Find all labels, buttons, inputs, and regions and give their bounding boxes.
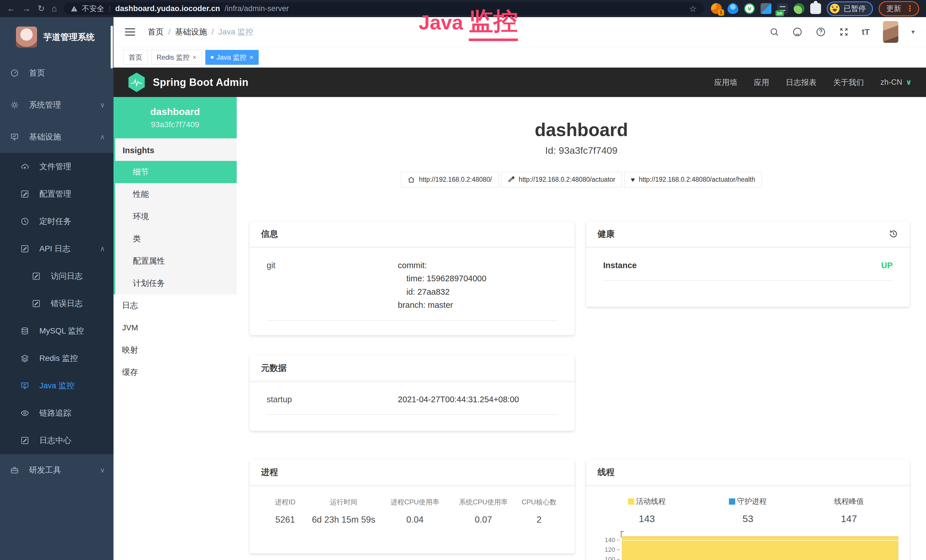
- sba-sidebar-item-config-props[interactable]: 配置属性: [115, 250, 237, 272]
- sidebar-item-java-monitor[interactable]: Java 监控: [0, 372, 113, 400]
- sba-nav-wallboard[interactable]: 应用墙: [714, 77, 737, 88]
- sidebar-item-redis-monitor[interactable]: Redis 监控: [0, 345, 113, 372]
- chevron-up-icon: ∧: [100, 133, 105, 141]
- sba-instance-header[interactable]: dashboard 93a3fc7f7409: [113, 97, 237, 138]
- sba-sidebar-item-caches[interactable]: 缓存: [113, 361, 237, 383]
- sidebar-item-tracing[interactable]: 链路追踪: [0, 400, 113, 427]
- sba-locale-select[interactable]: zh-CN ∨: [881, 78, 912, 87]
- browser-update-button[interactable]: 更新 ⋮: [879, 1, 919, 16]
- extension-grid-icon[interactable]: [761, 3, 772, 14]
- log-edit-icon: [32, 272, 45, 280]
- browser-reload-icon[interactable]: ↻: [38, 4, 45, 13]
- legend-label: 守护进程: [737, 496, 767, 506]
- page-title: dashboard: [237, 119, 926, 140]
- breadcrumb-item-infra[interactable]: 基础设施: [175, 27, 207, 37]
- threads-card-header: 线程: [586, 459, 910, 486]
- sidebar-item-mysql-monitor[interactable]: MySQL 监控: [0, 317, 113, 345]
- legend-blue-swatch: [729, 498, 735, 505]
- browser-back-icon[interactable]: ←: [7, 4, 15, 13]
- sba-sidebar-item-environment[interactable]: 环境: [115, 206, 237, 228]
- process-col-header: 进程CPU使用率: [381, 498, 449, 507]
- sidebar-item-dev-tools[interactable]: 研发工具 ∨: [0, 454, 113, 486]
- log-edit-icon: [32, 299, 45, 308]
- sidebar-item-config-manage[interactable]: 配置管理: [0, 180, 113, 208]
- browser-forward-icon[interactable]: →: [22, 4, 31, 13]
- sidebar-item-scheduled-jobs[interactable]: 定时任务: [0, 208, 113, 235]
- edit-icon: [21, 190, 34, 198]
- sba-sidebar-item-details[interactable]: 细节: [115, 161, 237, 183]
- profile-paused-label: 已暂停: [844, 4, 866, 14]
- github-icon[interactable]: [792, 27, 802, 37]
- extensions-puzzle-icon[interactable]: [810, 3, 821, 14]
- sba-sidebar-item-classes[interactable]: 类: [115, 228, 237, 250]
- sba-nav-applications[interactable]: 应用: [754, 77, 769, 88]
- sidebar-item-log-center[interactable]: 日志中心: [0, 427, 113, 454]
- profile-paused-chip[interactable]: 已暂停: [827, 2, 873, 16]
- extension-toolbar: 1 v on 已暂停 更新 ⋮: [711, 1, 919, 16]
- health-instance-row[interactable]: Instance UP: [603, 259, 893, 281]
- tab-java-monitor[interactable]: Java 监控 ×: [205, 50, 259, 65]
- active-tab-dot: [211, 56, 213, 59]
- instance-actuator-link[interactable]: http://192.168.0.2:48080/actuator: [501, 172, 622, 188]
- app-title: 芋道管理系统: [43, 31, 95, 43]
- instance-health-link[interactable]: ♥ http://192.168.0.2:48080/actuator/heal…: [624, 172, 762, 188]
- sba-sidebar: dashboard 93a3fc7f7409 Insights 细节 性能 环境…: [113, 97, 237, 560]
- fullscreen-icon[interactable]: [839, 27, 849, 37]
- sba-sidebar-item-logs[interactable]: 日志: [113, 294, 237, 317]
- tab-home[interactable]: 首页: [123, 50, 148, 65]
- close-icon[interactable]: ×: [249, 53, 253, 61]
- y-tick-mark: [617, 559, 620, 560]
- extension-green-icon[interactable]: v: [744, 3, 755, 14]
- legend-peak-threads: 线程峰值 147: [799, 496, 899, 524]
- gridline-140: [622, 540, 898, 540]
- close-icon[interactable]: ×: [192, 53, 197, 61]
- extension-switch-icon[interactable]: on: [777, 3, 788, 14]
- sba-nav-about[interactable]: 关于我们: [833, 77, 864, 88]
- help-icon[interactable]: [816, 27, 826, 37]
- avatar[interactable]: [883, 21, 898, 43]
- avatar-caret-icon[interactable]: ▾: [911, 28, 915, 36]
- sidebar-item-file-manage[interactable]: 文件管理: [0, 153, 113, 180]
- header-actions: tT ▾: [769, 21, 915, 43]
- extension-on-badge: on: [775, 10, 784, 16]
- sba-locale-value: zh-CN: [881, 78, 902, 87]
- browser-menu-icon[interactable]: ⋮: [906, 5, 914, 12]
- sba-sidebar-item-mappings[interactable]: 映射: [113, 339, 237, 361]
- threads-legend: 活动线程 143 守护进程 53 线程峰值 147: [586, 486, 910, 524]
- instance-home-link[interactable]: http://192.168.0.2:48080/: [401, 172, 498, 188]
- history-icon[interactable]: [889, 229, 898, 239]
- extension-pin-icon[interactable]: [728, 3, 738, 14]
- search-icon[interactable]: [769, 27, 779, 37]
- breadcrumb-item-home[interactable]: 首页: [148, 27, 164, 37]
- hamburger-icon[interactable]: [125, 28, 135, 36]
- extension-orange-icon[interactable]: 1: [711, 3, 722, 14]
- extension-leaf-icon[interactable]: [794, 3, 805, 14]
- address-bar[interactable]: ! 不安全 | dashboard.yudao.iocoder.cn /infr…: [64, 2, 704, 15]
- sba-nav: 应用墙 应用 日志报表 关于我们 zh-CN ∨: [714, 77, 912, 88]
- sidebar-item-home[interactable]: 首页: [0, 57, 113, 89]
- spring-boot-admin-logo: [128, 73, 145, 92]
- tab-redis-monitor[interactable]: Redis 监控 ×: [151, 50, 202, 65]
- browser-home-icon[interactable]: ⌂: [51, 4, 57, 13]
- breadcrumb: 首页 / 基础设施 / Java 监控: [148, 27, 254, 37]
- sidebar-item-api-log[interactable]: API 日志 ∧: [0, 235, 113, 262]
- bookmark-star-icon[interactable]: ☆: [689, 4, 697, 14]
- sidebar-item-error-log[interactable]: 错误日志: [0, 290, 113, 317]
- sidebar-item-access-log[interactable]: 访问日志: [0, 262, 113, 290]
- url-path: /infra/admin-server: [225, 4, 289, 13]
- sidebar-item-infra[interactable]: 基础设施 ∧: [0, 121, 113, 153]
- sba-sidebar-item-metrics[interactable]: 性能: [115, 183, 237, 206]
- sidebar-item-system[interactable]: 系统管理 ∨: [0, 89, 113, 121]
- sba-insights-section: Insights 细节 性能 环境 类 配置属性 计划任务: [113, 138, 237, 294]
- font-size-icon[interactable]: tT: [862, 27, 870, 37]
- sba-sidebar-item-scheduled-tasks[interactable]: 计划任务: [115, 272, 237, 294]
- sba-nav-journal[interactable]: 日志报表: [786, 77, 817, 88]
- eye-icon: [21, 409, 34, 417]
- sidebar-item-label: 基础设施: [29, 132, 61, 142]
- sidebar-item-label: 文件管理: [39, 161, 71, 172]
- sba-sidebar-item-jvm[interactable]: JVM: [113, 317, 237, 339]
- instance-link-url: http://192.168.0.2:48080/: [419, 176, 492, 183]
- profile-emoji-avatar: [830, 4, 840, 14]
- breadcrumb-separator: /: [168, 27, 171, 36]
- sidebar-scrollbar-thumb[interactable]: [110, 26, 113, 68]
